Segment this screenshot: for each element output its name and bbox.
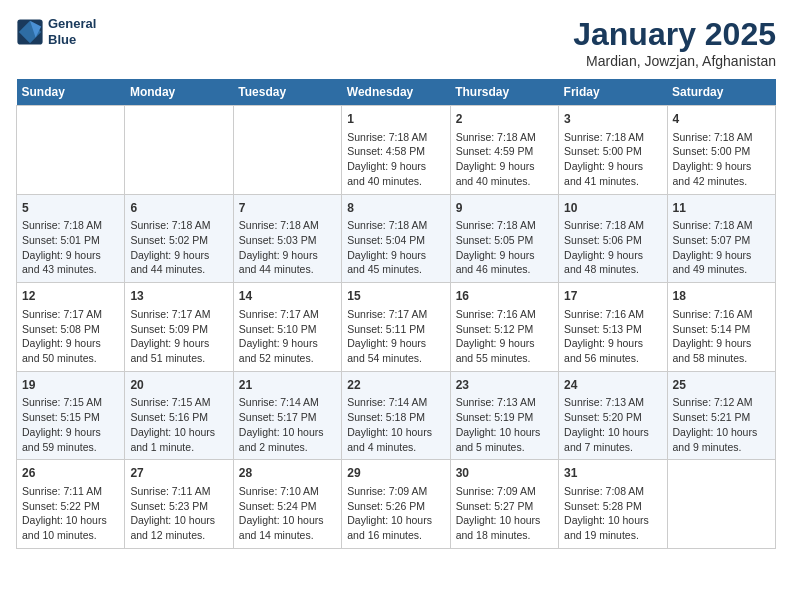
day-cell [233, 106, 341, 195]
day-number: 7 [239, 200, 336, 217]
day-info: Sunrise: 7:17 AM Sunset: 5:08 PM Dayligh… [22, 307, 119, 366]
day-number: 14 [239, 288, 336, 305]
day-cell: 3Sunrise: 7:18 AM Sunset: 5:00 PM Daylig… [559, 106, 667, 195]
day-info: Sunrise: 7:11 AM Sunset: 5:23 PM Dayligh… [130, 484, 227, 543]
day-info: Sunrise: 7:10 AM Sunset: 5:24 PM Dayligh… [239, 484, 336, 543]
day-cell: 23Sunrise: 7:13 AM Sunset: 5:19 PM Dayli… [450, 371, 558, 460]
day-cell: 6Sunrise: 7:18 AM Sunset: 5:02 PM Daylig… [125, 194, 233, 283]
day-cell: 18Sunrise: 7:16 AM Sunset: 5:14 PM Dayli… [667, 283, 775, 372]
day-info: Sunrise: 7:17 AM Sunset: 5:11 PM Dayligh… [347, 307, 444, 366]
day-cell: 28Sunrise: 7:10 AM Sunset: 5:24 PM Dayli… [233, 460, 341, 549]
day-cell: 11Sunrise: 7:18 AM Sunset: 5:07 PM Dayli… [667, 194, 775, 283]
day-cell: 20Sunrise: 7:15 AM Sunset: 5:16 PM Dayli… [125, 371, 233, 460]
day-info: Sunrise: 7:18 AM Sunset: 4:59 PM Dayligh… [456, 130, 553, 189]
day-cell: 8Sunrise: 7:18 AM Sunset: 5:04 PM Daylig… [342, 194, 450, 283]
day-number: 30 [456, 465, 553, 482]
day-cell: 15Sunrise: 7:17 AM Sunset: 5:11 PM Dayli… [342, 283, 450, 372]
day-number: 31 [564, 465, 661, 482]
day-number: 3 [564, 111, 661, 128]
header-wednesday: Wednesday [342, 79, 450, 106]
day-info: Sunrise: 7:18 AM Sunset: 5:00 PM Dayligh… [673, 130, 770, 189]
calendar-table: SundayMondayTuesdayWednesdayThursdayFrid… [16, 79, 776, 549]
day-info: Sunrise: 7:18 AM Sunset: 5:04 PM Dayligh… [347, 218, 444, 277]
day-number: 28 [239, 465, 336, 482]
day-info: Sunrise: 7:14 AM Sunset: 5:17 PM Dayligh… [239, 395, 336, 454]
calendar-header-row: SundayMondayTuesdayWednesdayThursdayFrid… [17, 79, 776, 106]
header-thursday: Thursday [450, 79, 558, 106]
day-info: Sunrise: 7:08 AM Sunset: 5:28 PM Dayligh… [564, 484, 661, 543]
header-friday: Friday [559, 79, 667, 106]
page-title: January 2025 [573, 16, 776, 53]
header-saturday: Saturday [667, 79, 775, 106]
day-number: 13 [130, 288, 227, 305]
day-number: 29 [347, 465, 444, 482]
day-info: Sunrise: 7:18 AM Sunset: 5:06 PM Dayligh… [564, 218, 661, 277]
day-info: Sunrise: 7:11 AM Sunset: 5:22 PM Dayligh… [22, 484, 119, 543]
day-number: 20 [130, 377, 227, 394]
day-cell [125, 106, 233, 195]
day-cell [667, 460, 775, 549]
day-info: Sunrise: 7:17 AM Sunset: 5:09 PM Dayligh… [130, 307, 227, 366]
day-cell: 2Sunrise: 7:18 AM Sunset: 4:59 PM Daylig… [450, 106, 558, 195]
day-info: Sunrise: 7:13 AM Sunset: 5:19 PM Dayligh… [456, 395, 553, 454]
day-number: 10 [564, 200, 661, 217]
day-info: Sunrise: 7:18 AM Sunset: 4:58 PM Dayligh… [347, 130, 444, 189]
day-number: 12 [22, 288, 119, 305]
day-number: 18 [673, 288, 770, 305]
day-number: 16 [456, 288, 553, 305]
day-cell: 17Sunrise: 7:16 AM Sunset: 5:13 PM Dayli… [559, 283, 667, 372]
logo: General Blue [16, 16, 96, 47]
day-info: Sunrise: 7:16 AM Sunset: 5:12 PM Dayligh… [456, 307, 553, 366]
week-row-2: 5Sunrise: 7:18 AM Sunset: 5:01 PM Daylig… [17, 194, 776, 283]
day-info: Sunrise: 7:18 AM Sunset: 5:01 PM Dayligh… [22, 218, 119, 277]
day-info: Sunrise: 7:09 AM Sunset: 5:27 PM Dayligh… [456, 484, 553, 543]
day-number: 6 [130, 200, 227, 217]
week-row-5: 26Sunrise: 7:11 AM Sunset: 5:22 PM Dayli… [17, 460, 776, 549]
day-cell: 9Sunrise: 7:18 AM Sunset: 5:05 PM Daylig… [450, 194, 558, 283]
logo-icon [16, 18, 44, 46]
day-info: Sunrise: 7:18 AM Sunset: 5:05 PM Dayligh… [456, 218, 553, 277]
day-number: 22 [347, 377, 444, 394]
day-info: Sunrise: 7:18 AM Sunset: 5:07 PM Dayligh… [673, 218, 770, 277]
day-info: Sunrise: 7:16 AM Sunset: 5:13 PM Dayligh… [564, 307, 661, 366]
day-info: Sunrise: 7:15 AM Sunset: 5:15 PM Dayligh… [22, 395, 119, 454]
day-cell: 4Sunrise: 7:18 AM Sunset: 5:00 PM Daylig… [667, 106, 775, 195]
day-number: 2 [456, 111, 553, 128]
day-number: 11 [673, 200, 770, 217]
week-row-3: 12Sunrise: 7:17 AM Sunset: 5:08 PM Dayli… [17, 283, 776, 372]
day-number: 27 [130, 465, 227, 482]
day-number: 23 [456, 377, 553, 394]
day-number: 9 [456, 200, 553, 217]
day-cell: 14Sunrise: 7:17 AM Sunset: 5:10 PM Dayli… [233, 283, 341, 372]
day-cell [17, 106, 125, 195]
header-sunday: Sunday [17, 79, 125, 106]
day-cell: 22Sunrise: 7:14 AM Sunset: 5:18 PM Dayli… [342, 371, 450, 460]
day-number: 1 [347, 111, 444, 128]
logo-text: General Blue [48, 16, 96, 47]
day-number: 8 [347, 200, 444, 217]
day-number: 4 [673, 111, 770, 128]
day-cell: 25Sunrise: 7:12 AM Sunset: 5:21 PM Dayli… [667, 371, 775, 460]
day-cell: 27Sunrise: 7:11 AM Sunset: 5:23 PM Dayli… [125, 460, 233, 549]
day-cell: 26Sunrise: 7:11 AM Sunset: 5:22 PM Dayli… [17, 460, 125, 549]
day-number: 19 [22, 377, 119, 394]
day-cell: 30Sunrise: 7:09 AM Sunset: 5:27 PM Dayli… [450, 460, 558, 549]
day-cell: 16Sunrise: 7:16 AM Sunset: 5:12 PM Dayli… [450, 283, 558, 372]
day-cell: 13Sunrise: 7:17 AM Sunset: 5:09 PM Dayli… [125, 283, 233, 372]
header-tuesday: Tuesday [233, 79, 341, 106]
day-cell: 29Sunrise: 7:09 AM Sunset: 5:26 PM Dayli… [342, 460, 450, 549]
day-cell: 7Sunrise: 7:18 AM Sunset: 5:03 PM Daylig… [233, 194, 341, 283]
day-number: 25 [673, 377, 770, 394]
week-row-4: 19Sunrise: 7:15 AM Sunset: 5:15 PM Dayli… [17, 371, 776, 460]
day-number: 17 [564, 288, 661, 305]
day-info: Sunrise: 7:14 AM Sunset: 5:18 PM Dayligh… [347, 395, 444, 454]
day-info: Sunrise: 7:18 AM Sunset: 5:03 PM Dayligh… [239, 218, 336, 277]
day-number: 26 [22, 465, 119, 482]
day-info: Sunrise: 7:12 AM Sunset: 5:21 PM Dayligh… [673, 395, 770, 454]
day-number: 15 [347, 288, 444, 305]
day-info: Sunrise: 7:15 AM Sunset: 5:16 PM Dayligh… [130, 395, 227, 454]
day-cell: 19Sunrise: 7:15 AM Sunset: 5:15 PM Dayli… [17, 371, 125, 460]
day-info: Sunrise: 7:17 AM Sunset: 5:10 PM Dayligh… [239, 307, 336, 366]
day-cell: 24Sunrise: 7:13 AM Sunset: 5:20 PM Dayli… [559, 371, 667, 460]
day-cell: 31Sunrise: 7:08 AM Sunset: 5:28 PM Dayli… [559, 460, 667, 549]
